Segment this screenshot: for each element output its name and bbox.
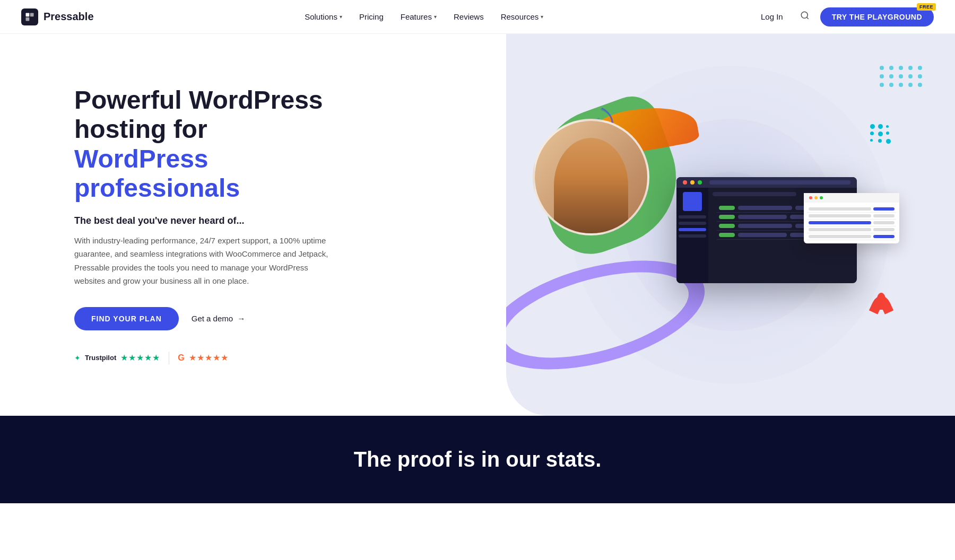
- trustpilot-star-icon: ✦: [74, 354, 81, 362]
- chevron-down-icon: ▾: [340, 14, 342, 20]
- secondary-titlebar: [804, 193, 899, 203]
- secondary-cell: [873, 214, 895, 217]
- svg-rect-2: [26, 17, 30, 21]
- dashboard-mockup: [676, 177, 857, 283]
- secondary-row-4: [807, 226, 896, 233]
- g2-stars: ★★★★★: [189, 353, 229, 363]
- hero-left: Powerful WordPress hosting for WordPress…: [0, 34, 506, 416]
- secondary-close-dot: [809, 196, 812, 199]
- nav-features[interactable]: Features ▾: [394, 8, 443, 25]
- rating-divider: [169, 352, 169, 364]
- hero-section: Powerful WordPress hosting for WordPress…: [0, 34, 955, 416]
- hero-right: [506, 34, 955, 416]
- arrow-icon: →: [237, 314, 245, 323]
- minimize-dot: [690, 180, 694, 185]
- person-avatar: [533, 119, 649, 235]
- mockup-header-row: [713, 192, 796, 196]
- secondary-row-1: [807, 206, 896, 213]
- g2-logo: G: [178, 353, 184, 363]
- close-dot: [683, 180, 687, 185]
- secondary-screen-mockup: [804, 193, 899, 243]
- secondary-row-3: [807, 220, 896, 226]
- secondary-max-dot: [820, 196, 823, 199]
- secondary-rows: [804, 203, 899, 243]
- person-photo-area: [533, 119, 649, 235]
- search-button[interactable]: [796, 6, 814, 27]
- hero-ratings: ✦ Trustpilot ★★★★★ G ★★★★★: [74, 352, 340, 364]
- hero-body: With industry-leading performance, 24/7 …: [74, 234, 340, 288]
- trustpilot-rating: ✦ Trustpilot ★★★★★: [74, 353, 160, 363]
- mockup-logo: [683, 192, 702, 211]
- mockup-cell-name: [738, 215, 787, 219]
- secondary-cell: [809, 235, 871, 238]
- g2-rating: G ★★★★★: [178, 353, 228, 363]
- mockup-cell-name: [738, 233, 787, 237]
- teal-dots-cluster: [870, 124, 891, 144]
- mockup-sidebar: [676, 188, 708, 283]
- svg-point-3: [801, 12, 808, 18]
- maximize-dot: [698, 180, 702, 185]
- address-bar: [709, 180, 850, 185]
- nav-pricing[interactable]: Pricing: [353, 8, 390, 25]
- secondary-min-dot: [814, 196, 818, 199]
- mockup-cell-name: [738, 224, 792, 228]
- login-link[interactable]: Log In: [754, 8, 789, 25]
- nav-actions: Log In TRY THE PLAYGROUND FREE: [754, 6, 934, 27]
- nav-resources[interactable]: Resources ▾: [494, 8, 550, 25]
- logo[interactable]: Pressable: [21, 8, 94, 25]
- mockup-cell-status: [719, 233, 735, 237]
- dots-decoration: [880, 66, 923, 87]
- secondary-cell: [809, 214, 871, 217]
- mockup-cell-status: [719, 206, 735, 210]
- mockup-cell-status: [719, 224, 735, 228]
- secondary-row-5: [807, 233, 896, 240]
- stats-section: The proof is in our stats.: [0, 416, 955, 503]
- nav-solutions[interactable]: Solutions ▾: [298, 8, 349, 25]
- secondary-cell-accent: [809, 221, 871, 224]
- get-demo-button[interactable]: Get a demo →: [192, 314, 245, 323]
- mockup-cell-status: [719, 215, 735, 219]
- mockup-nav-1: [679, 215, 706, 218]
- logo-text: Pressable: [44, 11, 94, 23]
- nav-links: Solutions ▾ Pricing Features ▾ Reviews R…: [298, 8, 550, 25]
- nav-reviews[interactable]: Reviews: [447, 8, 490, 25]
- secondary-cell: [873, 228, 895, 231]
- secondary-cell-accent: [873, 207, 895, 211]
- logo-icon: [21, 8, 38, 25]
- mockup-nav-3: [679, 234, 706, 238]
- mockup-nav-active: [679, 228, 706, 231]
- person-silhouette: [554, 138, 628, 233]
- secondary-cell: [809, 228, 871, 231]
- hero-title: Powerful WordPress hosting for WordPress…: [74, 85, 340, 203]
- navigation: Pressable Solutions ▾ Pricing Features ▾…: [0, 0, 955, 34]
- hero-buttons: FIND YOUR PLAN Get a demo →: [74, 307, 340, 330]
- chevron-down-icon: ▾: [541, 14, 543, 20]
- secondary-cell-accent: [873, 235, 895, 238]
- mockup-cell-name: [738, 206, 792, 210]
- free-badge: FREE: [917, 3, 936, 11]
- find-plan-button[interactable]: FIND YOUR PLAN: [74, 307, 179, 330]
- mockup-titlebar: [676, 177, 857, 188]
- secondary-row-2: [807, 213, 896, 220]
- trustpilot-stars: ★★★★★: [120, 353, 160, 363]
- hero-content: Powerful WordPress hosting for WordPress…: [74, 85, 340, 364]
- chevron-down-icon: ▾: [434, 14, 437, 20]
- secondary-cell: [809, 207, 871, 211]
- stats-title: The proof is in our stats.: [354, 448, 602, 471]
- try-playground-button[interactable]: TRY THE PLAYGROUND FREE: [820, 7, 934, 27]
- svg-rect-1: [30, 13, 34, 16]
- secondary-cell: [873, 221, 895, 224]
- hero-subtitle: The best deal you've never heard of...: [74, 215, 340, 226]
- mockup-nav-2: [679, 222, 706, 225]
- svg-rect-0: [26, 13, 30, 16]
